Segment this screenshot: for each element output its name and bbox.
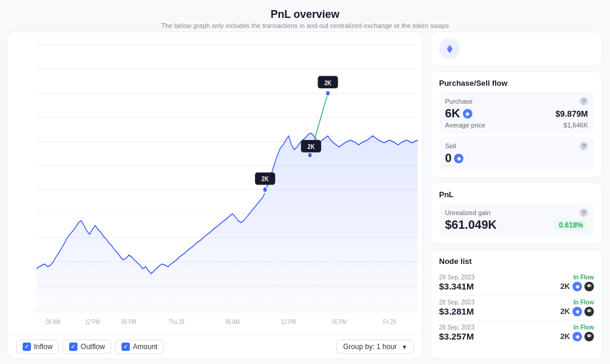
sell-item: Sell ? 0 ◈ [439,137,594,170]
node-date-2: 28 Sep, 2023 [439,324,475,331]
node-flow-1: In Flow [574,299,594,306]
node-list-title: Node list [439,257,594,266]
node-flow-2: In Flow [574,324,594,331]
sell-amount: 0 ◈ [445,151,463,165]
pnl-info-icon[interactable]: ? [580,209,588,217]
svg-text:2K: 2K [262,175,269,182]
purchase-usd: $9.879M [556,109,588,119]
avg-price-label: Average price [445,122,485,129]
purchase-item: Purchase ? 6K ◈ $9.879M Average price $1… [439,92,594,133]
svg-text:06 AM: 06 AM [225,318,239,325]
price-chart: 1.68K 1.67K 1.66K 1.65K 1.64K 1.63K 1.62… [36,38,418,334]
svg-point-35 [308,153,313,158]
outflow-legend[interactable]: Outflow [63,340,111,354]
node-eth-2: ◈ [572,332,582,341]
amount-label: Amount [133,343,157,351]
chart-footer: Inflow Outflow Amount Group by: 1 hour ▼ [8,334,422,359]
amount-legend[interactable]: Amount [115,340,164,354]
inflow-legend[interactable]: Inflow [16,340,59,354]
purchase-sell-title: Purchase/Sell flow [439,79,594,88]
svg-point-36 [326,91,331,96]
node-eth-0: ◈ [572,282,582,291]
inflow-label: Inflow [34,343,52,351]
node-flow-0: In Flow [574,274,594,281]
node-item-1: 28 Sep, 2023 In Flow $3.281M 2K ◈ 👁 [439,295,594,321]
page-header: PnL overview The below graph only includ… [0,0,610,32]
svg-text:12 PM: 12 PM [281,318,296,325]
pnl-card: PnL Unrealized gain ? $61.049K 0.618% [430,182,603,244]
node-eth-1: ◈ [572,307,582,316]
outflow-label: Outflow [80,343,105,351]
sell-info-icon[interactable]: ? [580,142,588,150]
outflow-checkbox[interactable] [69,343,77,351]
purchase-info-icon[interactable]: ? [580,97,588,105]
node-value-2: $3.257M [439,331,474,341]
unrealized-label: Unrealized gain [445,209,490,216]
purchase-eth-badge: ◈ [463,109,472,119]
svg-text:06 PM: 06 PM [122,318,136,325]
node-date-0: 29 Sep, 2023 [439,274,475,281]
page-title: PnL overview [0,8,610,21]
node-value-1: $3.281M [439,306,474,316]
chart-container: 1.68K 1.67K 1.66K 1.65K 1.64K 1.63K 1.62… [8,32,422,334]
svg-text:2K: 2K [324,79,331,86]
node-date-1: 28 Sep, 2023 [439,299,475,306]
node-item-0: 29 Sep, 2023 In Flow $3.341M 2K ◈ 👁 [439,270,594,295]
unrealized-gain-item: Unrealized gain ? $61.049K 0.618% [439,204,594,237]
svg-text:06 PM: 06 PM [332,318,347,325]
avg-price-value: $1,646K [564,122,588,129]
inflow-checkbox[interactable] [23,343,31,351]
purchase-sell-card: Purchase/Sell flow Purchase ? 6K ◈ $9.87… [430,71,603,178]
node-amount-2: 2K ◈ 👁 [560,332,594,341]
svg-text:Fri 29: Fri 29 [383,318,396,325]
svg-text:06 AM: 06 AM [46,318,60,325]
node-value-0: $3.341M [439,281,474,291]
sell-label: Sell [445,142,456,150]
node-amount-1: 2K ◈ 👁 [560,307,594,316]
svg-point-34 [263,187,267,192]
node-eye-icon-1[interactable]: 👁 [584,307,594,316]
pnl-title: PnL [439,190,594,199]
sell-eth-badge: ◈ [454,154,463,163]
eth-icon-card [430,32,603,66]
svg-text:12 PM: 12 PM [85,318,100,325]
node-list-card: Node list 29 Sep, 2023 In Flow $3.341M 2… [430,249,603,359]
unrealized-value: $61.049K [445,218,497,232]
amount-checkbox[interactable] [122,343,130,351]
svg-text:Thu 28: Thu 28 [169,318,184,325]
purchase-amount: 6K ◈ [445,107,472,120]
purchase-label: Purchase [445,98,472,105]
node-item-2: 28 Sep, 2023 In Flow $3.257M 2K ◈ 👁 [439,321,594,345]
eth-icon [439,38,460,60]
node-amount-0: 2K ◈ 👁 [560,282,594,291]
gain-badge: 0.618% [554,220,588,231]
chevron-down-icon: ▼ [402,344,407,350]
svg-text:2K: 2K [307,142,315,150]
group-by-label: Group by: 1 hour [343,343,397,351]
right-panel: Purchase/Sell flow Purchase ? 6K ◈ $9.87… [430,32,603,359]
node-eye-icon-0[interactable]: 👁 [584,282,594,291]
chart-section: 1.68K 1.67K 1.66K 1.65K 1.64K 1.63K 1.62… [7,32,423,359]
group-by-selector[interactable]: Group by: 1 hour ▼ [337,340,414,354]
node-eye-icon-2[interactable]: 👁 [584,332,594,341]
page-subtitle: The below graph only includes the transa… [0,22,610,29]
